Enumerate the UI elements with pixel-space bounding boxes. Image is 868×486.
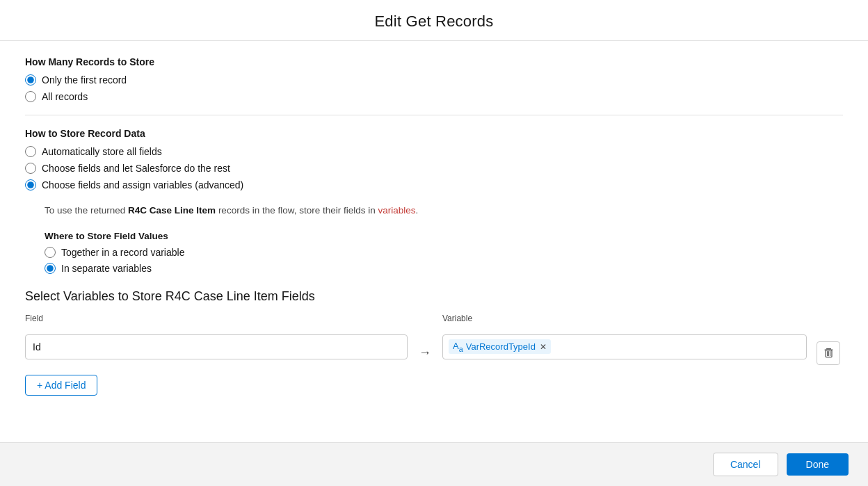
radio-only-first[interactable]: Only the first record bbox=[25, 74, 843, 86]
radio-choose-sf-label: Choose fields and let Salesforce do the … bbox=[42, 163, 230, 174]
add-field-button[interactable]: + Add Field bbox=[25, 375, 97, 396]
field-variable-row: → Aa VarRecordTypeId ✕ bbox=[25, 329, 843, 365]
svg-rect-0 bbox=[826, 348, 831, 350]
variable-chip-text: VarRecordTypeId bbox=[466, 341, 536, 352]
arrow-icon: → bbox=[415, 346, 435, 360]
field-variable-header: Field Variable bbox=[25, 314, 843, 326]
variable-col: Aa VarRecordTypeId ✕ bbox=[442, 334, 807, 359]
radio-choose-vars-input[interactable] bbox=[25, 179, 36, 191]
field-col bbox=[25, 334, 408, 359]
radio-choose-sf-input[interactable] bbox=[25, 163, 36, 174]
radio-only-first-label: Only the first record bbox=[42, 74, 127, 86]
delete-row-button[interactable] bbox=[817, 341, 840, 365]
where-to-store-section: Where to Store Field Values Together in … bbox=[45, 231, 843, 274]
variable-column-label: Variable bbox=[442, 314, 807, 323]
radio-separate[interactable]: In separate variables bbox=[45, 263, 843, 274]
radio-all-records-input[interactable] bbox=[25, 91, 36, 102]
radio-together-input[interactable] bbox=[45, 247, 56, 258]
radio-together[interactable]: Together in a record variable bbox=[45, 247, 843, 258]
modal-footer: Cancel Done bbox=[0, 442, 868, 486]
info-object-name: R4C Case Line Item bbox=[128, 205, 216, 216]
radio-only-first-input[interactable] bbox=[25, 74, 36, 86]
info-text-after1: records in the flow, store their fields … bbox=[216, 205, 378, 216]
field-input[interactable] bbox=[25, 334, 408, 359]
delete-col bbox=[814, 341, 843, 365]
field-column-label: Field bbox=[25, 314, 408, 323]
modal-body: How Many Records to Store Only the first… bbox=[0, 41, 868, 442]
radio-auto-all[interactable]: Automatically store all fields bbox=[25, 146, 843, 157]
variable-input-box[interactable]: Aa VarRecordTypeId ✕ bbox=[442, 334, 807, 359]
info-highlight: variables bbox=[378, 205, 415, 216]
chip-close-button[interactable]: ✕ bbox=[540, 343, 547, 351]
trash-icon bbox=[823, 348, 834, 358]
radio-all-records-label: All records bbox=[42, 91, 88, 102]
where-to-store-radio-group: Together in a record variable In separat… bbox=[45, 247, 843, 274]
info-text-end: . bbox=[416, 205, 419, 216]
how-to-store-section-title: How to Store Record Data bbox=[25, 128, 843, 139]
radio-choose-sf[interactable]: Choose fields and let Salesforce do the … bbox=[25, 163, 843, 174]
info-text-block: To use the returned R4C Case Line Item r… bbox=[45, 203, 843, 218]
select-vars-title: Select Variables to Store R4C Case Line … bbox=[25, 289, 843, 304]
radio-auto-all-label: Automatically store all fields bbox=[42, 146, 162, 157]
radio-choose-vars-label: Choose fields and assign variables (adva… bbox=[42, 179, 243, 191]
radio-all-records[interactable]: All records bbox=[25, 91, 843, 102]
radio-auto-all-input[interactable] bbox=[25, 146, 36, 157]
how-many-section-title: How Many Records to Store bbox=[25, 56, 843, 67]
modal-title: Edit Get Records bbox=[0, 13, 868, 31]
section-divider bbox=[25, 115, 843, 115]
variable-chip: Aa VarRecordTypeId ✕ bbox=[449, 339, 551, 355]
how-many-radio-group: Only the first record All records bbox=[25, 74, 843, 102]
add-field-label: + Add Field bbox=[37, 380, 86, 391]
where-to-store-title: Where to Store Field Values bbox=[45, 231, 843, 241]
radio-separate-label: In separate variables bbox=[61, 263, 152, 274]
radio-together-label: Together in a record variable bbox=[61, 247, 184, 258]
cancel-button[interactable]: Cancel bbox=[713, 453, 778, 476]
how-to-store-radio-group: Automatically store all fields Choose fi… bbox=[25, 146, 843, 191]
info-text-before: To use the returned bbox=[45, 205, 128, 216]
variable-type-icon: Aa bbox=[453, 341, 463, 353]
modal-header: Edit Get Records bbox=[0, 0, 868, 41]
edit-get-records-modal: Edit Get Records How Many Records to Sto… bbox=[0, 0, 868, 486]
radio-choose-vars[interactable]: Choose fields and assign variables (adva… bbox=[25, 179, 843, 191]
done-button[interactable]: Done bbox=[787, 453, 849, 476]
radio-separate-input[interactable] bbox=[45, 263, 56, 274]
